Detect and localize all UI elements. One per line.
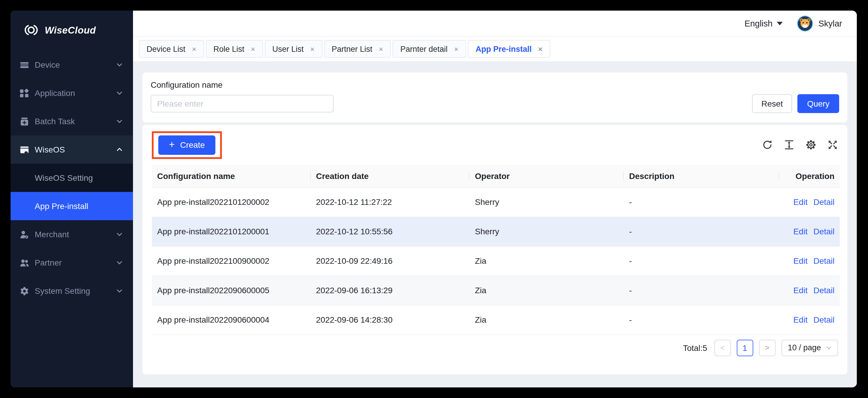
sidebar-item-merchant[interactable]: Merchant xyxy=(10,220,133,248)
sidebar-item-system-setting[interactable]: System Setting xyxy=(10,277,133,305)
fullscreen-icon[interactable] xyxy=(827,140,838,150)
chevron-down-icon xyxy=(117,91,122,95)
language-label: English xyxy=(744,19,772,28)
pagination-next-button[interactable]: > xyxy=(759,339,775,356)
close-icon[interactable]: × xyxy=(310,45,314,53)
tab-label: App Pre-install xyxy=(475,44,532,53)
cell-description: - xyxy=(624,305,779,334)
edit-link[interactable]: Edit xyxy=(793,197,807,207)
sidebar-item-label: WiseOS xyxy=(35,145,117,154)
tab-label: Parnter detail xyxy=(400,44,447,53)
merchant-icon xyxy=(20,230,29,239)
chevron-down-icon xyxy=(117,289,122,293)
sidebar-item-partner[interactable]: Partner xyxy=(10,248,133,277)
edit-link[interactable]: Edit xyxy=(793,315,807,325)
sidebar-item-application[interactable]: Application xyxy=(10,79,133,107)
table-row: App pre-install2022100900002 2022-10-09 … xyxy=(152,246,840,276)
tab-label: Role List xyxy=(213,44,244,53)
tab-parnter-detail[interactable]: Parnter detail × xyxy=(393,40,466,58)
sidebar-item-app-pre-install[interactable]: App Pre-install xyxy=(10,192,133,220)
table-row: App pre-install2022090600005 2022-09-06 … xyxy=(152,276,840,305)
tab-user-list[interactable]: User List × xyxy=(265,40,322,58)
column-header-operator: Operator xyxy=(470,165,624,187)
tab-bar: Device List × Role List × User List × Pa… xyxy=(133,36,857,62)
pagination-prev-button[interactable]: < xyxy=(714,339,731,356)
sidebar-item-label: Partner xyxy=(35,258,117,267)
sidebar-item-label: WiseOS Setting xyxy=(35,173,93,183)
table-row: App pre-install2022090600004 2022-09-06 … xyxy=(152,305,840,334)
detail-link[interactable]: Detail xyxy=(813,197,834,207)
cell-description: - xyxy=(624,276,779,305)
sidebar-item-label: App Pre-install xyxy=(35,201,88,211)
pagination-total: Total:5 xyxy=(683,343,707,353)
settings-gear-icon[interactable] xyxy=(806,140,816,150)
cell-operator: Zia xyxy=(470,276,624,305)
tab-role-list[interactable]: Role List × xyxy=(206,40,263,58)
pagination-page-1[interactable]: 1 xyxy=(737,339,753,356)
username-label: Skylar xyxy=(818,19,842,28)
edit-link[interactable]: Edit xyxy=(793,256,807,266)
sidebar-item-label: Merchant xyxy=(35,229,117,239)
close-icon[interactable]: × xyxy=(192,45,196,53)
close-icon[interactable]: × xyxy=(538,45,542,53)
close-icon[interactable]: × xyxy=(379,45,383,53)
chevron-down-icon xyxy=(117,63,122,66)
edit-link[interactable]: Edit xyxy=(793,285,807,295)
density-icon[interactable] xyxy=(784,140,795,150)
screen: WiseCloud Device xyxy=(0,0,868,398)
chevron-up-icon xyxy=(117,148,122,151)
cell-operator: Sherry xyxy=(470,217,624,246)
tab-device-list[interactable]: Device List × xyxy=(139,40,204,58)
data-table: Configuration name Creation date Operato… xyxy=(152,165,840,335)
wisecloud-logo-icon xyxy=(24,24,39,36)
user-menu[interactable]: Skylar xyxy=(797,15,842,31)
detail-link[interactable]: Detail xyxy=(813,256,834,266)
cell-creation-date: 2022-10-09 22:49:16 xyxy=(311,246,470,276)
cell-configuration-name: App pre-install2022101200002 xyxy=(152,187,311,217)
partner-icon xyxy=(20,258,29,267)
sidebar-item-label: Device xyxy=(35,60,117,69)
detail-link[interactable]: Detail xyxy=(813,227,834,236)
sidebar-item-label: Batch Task xyxy=(35,117,117,126)
chevron-down-icon xyxy=(117,233,122,236)
close-icon[interactable]: × xyxy=(251,45,255,53)
refresh-icon[interactable] xyxy=(762,140,773,150)
detail-link[interactable]: Detail xyxy=(813,285,834,295)
tab-partner-list[interactable]: Partner List × xyxy=(324,40,391,58)
topbar: English Skylar xyxy=(133,10,857,36)
column-header-creation-date: Creation date xyxy=(311,165,470,187)
sidebar-item-device[interactable]: Device xyxy=(10,51,133,79)
chevron-down-icon xyxy=(117,120,122,123)
caret-down-icon xyxy=(776,22,782,25)
sidebar-item-label: Application xyxy=(35,88,117,98)
page-size-select[interactable]: 10 / page xyxy=(781,339,838,356)
create-button[interactable]: + Create xyxy=(158,135,215,155)
reset-button[interactable]: Reset xyxy=(752,94,792,113)
sidebar-item-wiseos[interactable]: WiseOS xyxy=(10,135,133,164)
detail-link[interactable]: Detail xyxy=(813,315,834,325)
sidebar-menu: Device Application xyxy=(10,51,133,305)
sidebar-item-wiseos-setting[interactable]: WiseOS Setting xyxy=(10,164,133,192)
query-button[interactable]: Query xyxy=(797,94,839,113)
tab-app-pre-install[interactable]: App Pre-install × xyxy=(468,40,550,58)
cell-operator: Sherry xyxy=(470,187,624,217)
brand-name: WiseCloud xyxy=(45,25,96,36)
sidebar-item-label: System Setting xyxy=(35,286,117,296)
close-icon[interactable]: × xyxy=(454,45,458,53)
language-selector[interactable]: English xyxy=(744,19,782,28)
sidebar-item-batch-task[interactable]: Batch Task xyxy=(10,107,133,135)
cell-operator: Zia xyxy=(470,305,624,334)
chevron-down-icon xyxy=(117,261,122,264)
search-field-label: Configuration name xyxy=(151,80,839,90)
cell-operator: Zia xyxy=(470,246,624,276)
avatar xyxy=(797,15,813,31)
cell-creation-date: 2022-10-12 10:55:56 xyxy=(311,217,470,246)
edit-link[interactable]: Edit xyxy=(793,227,807,236)
cell-description: - xyxy=(624,246,779,276)
table-panel: + Create xyxy=(143,125,847,374)
main-area: English Skylar xyxy=(133,10,857,388)
cell-configuration-name: App pre-install2022100900002 xyxy=(152,246,311,276)
plus-icon: + xyxy=(169,140,175,150)
pagination: Total:5 < 1 > 10 / page xyxy=(152,339,838,356)
configuration-name-input[interactable] xyxy=(151,95,334,113)
